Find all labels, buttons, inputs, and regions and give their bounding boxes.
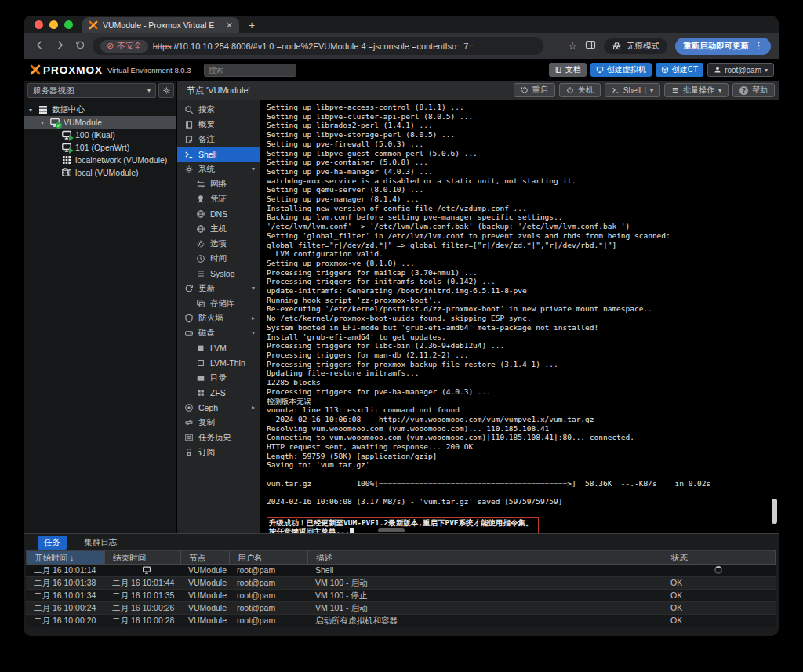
column-header-3[interactable]: 用户名 bbox=[230, 551, 308, 564]
docs-button[interactable]: 文档 bbox=[549, 63, 587, 77]
node-menu-item-主机[interactable]: 主机 bbox=[177, 221, 260, 236]
caret-icon[interactable]: ▾ bbox=[27, 107, 35, 114]
column-header-5[interactable]: 状态 bbox=[663, 551, 776, 564]
terminal-line bbox=[267, 507, 779, 516]
resource-tree-panel: 服务器视图 ▾ ▾ 数据中心 ▾ ✓ VUModule 100 (iKuai) … bbox=[24, 81, 177, 533]
view-mode-select[interactable]: 服务器视图 ▾ bbox=[27, 83, 156, 98]
terminal-line: watchdog-mux.service is a disabled or a … bbox=[267, 176, 779, 186]
node-menu-item-订阅[interactable]: 订阅 bbox=[177, 445, 260, 460]
node-menu-item-存储库[interactable]: 存储库 bbox=[177, 296, 260, 311]
browser-menu-icon[interactable]: ⋮ bbox=[754, 41, 763, 51]
chevron-down-icon[interactable]: ▾ bbox=[645, 87, 653, 94]
help-button[interactable]: ?帮助 bbox=[732, 83, 775, 97]
terminal-icon bbox=[184, 150, 194, 159]
shutdown-button[interactable]: 关机 bbox=[559, 83, 601, 97]
terminal-cursor bbox=[350, 528, 354, 533]
terminal-line: Setting up libpve-guest-common-perl (5.0… bbox=[267, 149, 779, 158]
close-window-button[interactable] bbox=[35, 20, 43, 29]
globe-icon bbox=[196, 209, 205, 219]
task-row[interactable]: 二月 16 10:01:38二月 16 10:01:44VUModuleroot… bbox=[26, 577, 776, 590]
node-menu-item-磁盘[interactable]: 磁盘 ▾ bbox=[177, 325, 260, 340]
user-menu-button[interactable]: root@pam▾ bbox=[707, 63, 774, 77]
tree-item[interactable]: ▾ 数据中心 bbox=[24, 104, 176, 116]
caret-icon: ▾ bbox=[252, 165, 255, 173]
node-menu-item-时间[interactable]: 时间 bbox=[177, 251, 260, 266]
chevron-down-icon: ▾ bbox=[147, 87, 151, 94]
node-menu: 搜索 概要 备注 Shell 系统 ▾ 网络 凭证 DNS 主机 选项 bbox=[177, 100, 260, 533]
browser-update-button[interactable]: 重新启动即可更新 ⋮ bbox=[675, 38, 771, 55]
task-row[interactable]: 二月 16 10:00:20二月 16 10:00:28VUModuleroot… bbox=[26, 615, 776, 627]
node-menu-item-任务历史[interactable]: 任务历史 bbox=[177, 430, 260, 445]
new-tab-button[interactable]: + bbox=[239, 19, 255, 33]
node-menu-item-凭证[interactable]: 凭证 bbox=[177, 191, 260, 206]
node-menu-item-防火墙[interactable]: 防火墙 ▸ bbox=[177, 311, 260, 325]
tree-item[interactable]: local (VUModule) bbox=[24, 166, 176, 179]
server-icon bbox=[38, 104, 49, 115]
column-header-4[interactable]: 描述 bbox=[308, 551, 663, 564]
tab-tasks[interactable]: 任务 bbox=[38, 536, 67, 550]
column-header-2[interactable]: 节点 bbox=[181, 551, 230, 564]
node-menu-item-dns[interactable]: DNS bbox=[177, 206, 260, 221]
pve-search-input[interactable] bbox=[204, 64, 296, 77]
task-row[interactable]: 二月 16 10:01:34二月 16 10:01:35VUModuleroot… bbox=[26, 590, 776, 602]
node-menu-item-搜索[interactable]: 搜索 bbox=[177, 102, 260, 117]
terminal-line: global_filter="r|/dev/zd.*|" => global_f… bbox=[267, 241, 779, 250]
scrollbar-thumb[interactable] bbox=[772, 499, 777, 524]
monitor-icon: ✓ bbox=[49, 117, 60, 128]
minimize-window-button[interactable] bbox=[49, 20, 58, 29]
tree-item[interactable]: ▾ ✓ VUModule bbox=[24, 116, 176, 129]
node-menu-item-syslog[interactable]: Syslog bbox=[177, 266, 260, 281]
forward-button[interactable] bbox=[52, 39, 67, 53]
node-menu-item-更新[interactable]: 更新 ▾ bbox=[177, 281, 260, 296]
create-ct-button[interactable]: 创建CT bbox=[656, 63, 703, 77]
tab-cluster-log[interactable]: 集群日志 bbox=[78, 536, 123, 550]
node-menu-item-lvm[interactable]: LVM bbox=[177, 340, 260, 355]
node-menu-item-复制[interactable]: 复制 bbox=[177, 415, 260, 430]
task-row[interactable]: 二月 16 10:00:24二月 16 10:00:26VUModuleroot… bbox=[26, 602, 776, 615]
tree-item[interactable]: 100 (iKuai) bbox=[24, 129, 176, 141]
node-menu-item-系统[interactable]: 系统 ▾ bbox=[177, 162, 260, 176]
pve-header: PROXMOX Virtual Environment 8.0.3 文档 创建虚… bbox=[24, 59, 779, 81]
list-icon bbox=[671, 86, 679, 94]
terminal-line: Setting up librados2-perl (1.4.1) ... bbox=[267, 121, 779, 130]
browser-tab[interactable]: VUModule - Proxmox Virtual E ✕ bbox=[82, 17, 239, 33]
column-header-0[interactable]: 开始时间 ↓ bbox=[27, 551, 105, 564]
terminal-horizontal-scrollbar[interactable] bbox=[378, 528, 405, 532]
side-panel-icon[interactable] bbox=[585, 39, 596, 53]
shell-terminal[interactable]: Setting up libpve-access-control (8.1.1)… bbox=[260, 100, 779, 533]
tree-item[interactable]: localnetwork (VUModule) bbox=[24, 154, 176, 166]
address-bar[interactable]: ⊘ 不安全 https://10.10.10.254:8006/#v1:0:=n… bbox=[93, 37, 543, 55]
restart-button[interactable]: 重启 bbox=[514, 83, 555, 97]
node-menu-item-shell[interactable]: Shell bbox=[177, 147, 260, 162]
terminal-vertical-scrollbar[interactable] bbox=[772, 100, 777, 533]
not-secure-badge[interactable]: ⊘ 不安全 bbox=[100, 40, 148, 53]
node-menu-item-概要[interactable]: 概要 bbox=[177, 117, 260, 132]
tab-close-icon[interactable]: ✕ bbox=[226, 20, 233, 31]
node-header: 节点 'VUModule' 重启 关机 Shell▾ 批量操作▾ ?帮助 bbox=[177, 81, 779, 100]
tree-item[interactable]: 101 (OpenWrt) bbox=[24, 141, 176, 154]
terminal-line: Setting up libpve-storage-perl (8.0.5) .… bbox=[267, 130, 779, 140]
terminal-line bbox=[267, 489, 779, 498]
create-vm-button[interactable]: 创建虚拟机 bbox=[590, 63, 652, 77]
back-button[interactable] bbox=[31, 39, 47, 53]
incognito-icon bbox=[612, 41, 622, 51]
user-icon bbox=[714, 66, 721, 74]
column-header-1[interactable]: 结束时间 bbox=[105, 551, 181, 564]
caret-icon[interactable]: ▾ bbox=[38, 119, 46, 126]
node-menu-item-备注[interactable]: 备注 bbox=[177, 132, 260, 147]
tree-settings-button[interactable] bbox=[158, 83, 174, 98]
node-menu-item-zfs[interactable]: ZFS bbox=[177, 385, 260, 400]
bookmark-star-icon[interactable]: ☆ bbox=[568, 40, 577, 52]
node-menu-item-目录[interactable]: 目录 bbox=[177, 370, 260, 385]
node-menu-item-网络[interactable]: 网络 bbox=[177, 176, 260, 191]
node-menu-item-选项[interactable]: 选项 bbox=[177, 236, 260, 251]
node-menu-item-lvm-thin[interactable]: LVM-Thin bbox=[177, 355, 260, 370]
bulk-actions-button[interactable]: 批量操作▾ bbox=[664, 83, 729, 97]
zoom-window-button[interactable] bbox=[64, 20, 73, 29]
reload-button[interactable] bbox=[72, 39, 88, 53]
task-cell-1: 二月 16 10:00:28 bbox=[104, 615, 180, 627]
node-menu-item-ceph[interactable]: Ceph ▸ bbox=[177, 400, 260, 415]
caret-icon: ▾ bbox=[252, 285, 255, 292]
shell-button[interactable]: Shell▾ bbox=[605, 83, 660, 97]
task-row[interactable]: 二月 16 10:01:14VUModuleroot@pamShell bbox=[26, 565, 776, 577]
